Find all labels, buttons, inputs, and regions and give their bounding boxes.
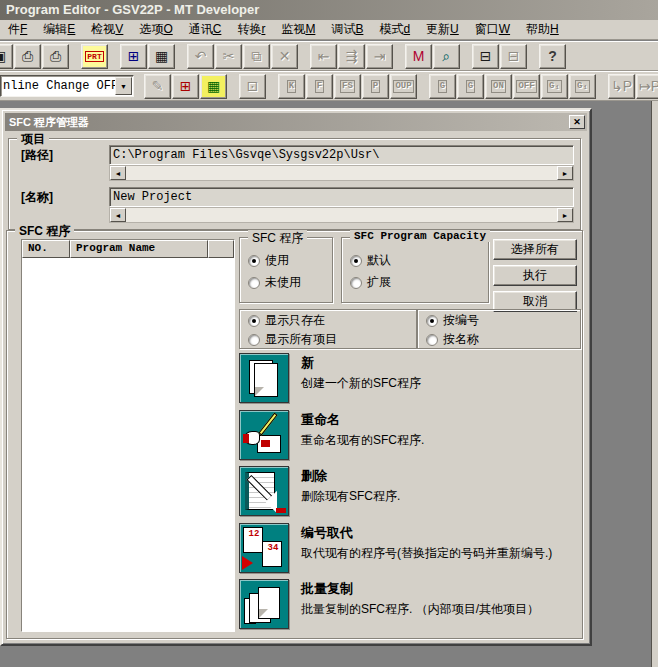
- copy-action-icon[interactable]: [239, 579, 289, 629]
- save-icon[interactable]: ▣: [0, 44, 13, 69]
- g-sub-button[interactable]: G₁: [541, 74, 568, 99]
- f-button[interactable]: F: [306, 74, 333, 99]
- scroll-left-icon[interactable]: ◄: [110, 166, 126, 180]
- execute-button[interactable]: 执行: [493, 265, 577, 286]
- icon-part: [258, 412, 277, 435]
- copy-icon[interactable]: ⧉: [243, 44, 270, 69]
- p-jump-button[interactable]: ↳P: [608, 74, 635, 99]
- dialog-title: SFC 程序管理器: [9, 116, 89, 128]
- print-preview-icon[interactable]: ⎙: [42, 44, 69, 69]
- menu-item-o[interactable]: 选项O: [131, 19, 180, 40]
- action-text: 批量复制 批量复制的SFC程序. （内部项目/其他项目）: [301, 579, 539, 617]
- close-icon[interactable]: ✕: [569, 115, 585, 129]
- sfc-edit-icon[interactable]: ⊞: [172, 74, 199, 99]
- menu-item-v[interactable]: 检视V: [83, 19, 131, 40]
- name-scrollbar[interactable]: ◄ ►: [109, 207, 574, 223]
- radio-selected-icon[interactable]: [248, 255, 260, 267]
- radio-icon[interactable]: [248, 334, 260, 346]
- scroll-left-icon[interactable]: ◄: [110, 208, 126, 222]
- find-step-icon[interactable]: ⌕: [433, 44, 460, 69]
- radio-option[interactable]: 按编号: [426, 312, 580, 329]
- help-icon: ?: [548, 48, 557, 64]
- radio-option[interactable]: 扩展: [350, 274, 488, 291]
- on-button[interactable]: ON: [485, 74, 512, 99]
- scrollbar-track[interactable]: [126, 166, 557, 180]
- menu-item-u[interactable]: 更新U: [418, 19, 467, 40]
- g-sub2-button[interactable]: G₁: [569, 74, 596, 99]
- scrollbar-track[interactable]: [126, 208, 557, 222]
- sfc-diagram-icon[interactable]: ⊞: [120, 44, 147, 69]
- print-icon[interactable]: ⎙: [14, 44, 41, 69]
- oup-button[interactable]: OUP: [390, 74, 417, 99]
- menu-item-b[interactable]: 调试B: [323, 19, 371, 40]
- list-header-col-1[interactable]: Program Name: [70, 240, 208, 258]
- online-change-combobox[interactable]: nline Change OFF ▼: [0, 75, 134, 97]
- branch-trace-icon[interactable]: ⇶: [338, 44, 365, 69]
- new-action-icon[interactable]: [239, 353, 289, 403]
- program-edit-icon[interactable]: ⊡: [239, 74, 266, 99]
- menu-item-d[interactable]: 模式d: [371, 19, 418, 40]
- radio-option[interactable]: 显示只存在: [248, 312, 416, 329]
- undo-icon[interactable]: ↶: [187, 44, 214, 69]
- scroll-right-icon[interactable]: ►: [557, 166, 573, 180]
- printer-setup-icon[interactable]: PRT: [81, 44, 108, 69]
- radio-option[interactable]: 使用: [248, 252, 332, 269]
- g2-button[interactable]: G: [457, 74, 484, 99]
- verify-icon[interactable]: ⊟: [500, 44, 527, 69]
- menu-item-c[interactable]: 通讯C: [181, 19, 230, 40]
- menu-item-m[interactable]: 监视M: [273, 19, 323, 40]
- chevron-down-icon[interactable]: ▼: [115, 77, 132, 95]
- rename-action-icon[interactable]: [239, 410, 289, 460]
- jump-trace-icon[interactable]: ⇥: [366, 44, 393, 69]
- menu-item-r[interactable]: 转换r: [229, 19, 273, 40]
- dialog-titlebar[interactable]: SFC 程序管理器 ✕: [5, 113, 587, 131]
- action-title: 删除: [301, 467, 400, 485]
- menu-item-e[interactable]: 编辑E: [35, 19, 83, 40]
- p-button[interactable]: P: [362, 74, 389, 99]
- radio-selected-icon[interactable]: [426, 315, 438, 327]
- step-trace-icon[interactable]: ⇤: [310, 44, 337, 69]
- menu-item-w[interactable]: 窗口W: [467, 19, 518, 40]
- radio-icon[interactable]: [248, 277, 260, 289]
- delete-icon[interactable]: ✕: [271, 44, 298, 69]
- scroll-right-icon[interactable]: ►: [557, 208, 573, 222]
- name-label: [名称]: [21, 189, 53, 206]
- help-icon[interactable]: ?: [539, 44, 566, 69]
- cut-icon[interactable]: ✂: [215, 44, 242, 69]
- radio-option[interactable]: 按名称: [426, 331, 580, 348]
- radio-icon[interactable]: [350, 277, 362, 289]
- radio-selected-icon[interactable]: [248, 315, 260, 327]
- list-header-col-0[interactable]: NO.: [22, 240, 70, 258]
- off-button[interactable]: OFF: [513, 74, 540, 99]
- edit-pen-icon[interactable]: ✎: [144, 74, 171, 99]
- fs-button[interactable]: FS: [334, 74, 361, 99]
- radio-option[interactable]: 未使用: [248, 274, 332, 291]
- p-hold-button[interactable]: ↦P: [636, 74, 658, 99]
- select-all-button[interactable]: 选择所有: [493, 239, 577, 260]
- device-table-icon[interactable]: ▦: [200, 74, 227, 99]
- action-title: 重命名: [301, 411, 424, 429]
- find-device-icon[interactable]: M: [405, 44, 432, 69]
- program-listbox[interactable]: NO.Program Name: [21, 239, 235, 632]
- radio-option[interactable]: 显示所有项目: [248, 331, 416, 348]
- capacity-group-label: SFC Program Capacity: [350, 230, 490, 242]
- radio-option[interactable]: 默认: [350, 252, 488, 269]
- list-header-col-2[interactable]: [208, 240, 234, 258]
- list-body[interactable]: [22, 258, 234, 631]
- menu-item-h[interactable]: 帮助H: [518, 19, 567, 40]
- name-field[interactable]: New Project: [109, 187, 574, 207]
- delete-action-icon[interactable]: [239, 466, 289, 516]
- g-button[interactable]: G: [429, 74, 456, 99]
- radio-icon[interactable]: [426, 334, 438, 346]
- radio-selected-icon[interactable]: [350, 255, 362, 267]
- menu-item-f[interactable]: 件F: [0, 19, 35, 40]
- transfer-setup-icon[interactable]: ⊟: [472, 44, 499, 69]
- toolbar-separator: [70, 44, 81, 69]
- path-scrollbar[interactable]: ◄ ►: [109, 165, 574, 181]
- program-window-icon[interactable]: ▦: [148, 44, 175, 69]
- g-sub-button: G₁: [547, 80, 562, 93]
- path-field[interactable]: C:\Program Files\Gsvqe\Sysgsv22p\Usr\: [109, 145, 574, 165]
- renumber-action-icon[interactable]: 12 34: [239, 523, 289, 573]
- k-button[interactable]: K: [278, 74, 305, 99]
- verify-icon: ⊟: [508, 48, 520, 64]
